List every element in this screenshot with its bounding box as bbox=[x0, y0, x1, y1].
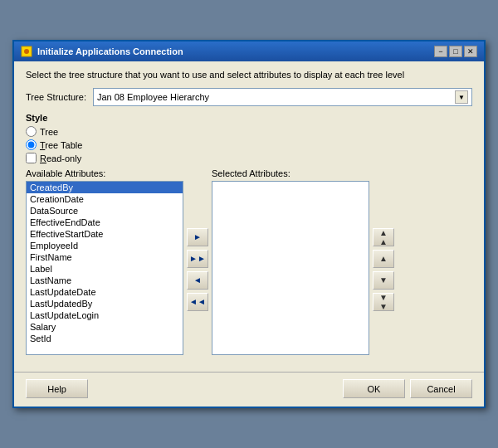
maximize-button[interactable]: □ bbox=[449, 46, 462, 57]
list-item[interactable]: FirstName bbox=[27, 251, 183, 263]
list-item[interactable]: LastUpdateDate bbox=[27, 286, 183, 298]
dialog-title: Initialize Applications Connection bbox=[37, 46, 183, 56]
order-buttons: ▲▲ ▲ ▼ ▼▼ bbox=[373, 168, 394, 355]
description-text: Select the tree structure that you want … bbox=[26, 70, 472, 80]
move-right-icon: ► bbox=[193, 232, 202, 241]
list-item[interactable]: LastUpdateLogin bbox=[27, 309, 183, 321]
transfer-buttons: ► ►► ◄ ◄◄ bbox=[187, 168, 208, 355]
radio-tree-label: Tree bbox=[40, 127, 58, 137]
style-section: Style Tree Tree Table Read-only bbox=[26, 113, 472, 163]
attributes-section: Available Attributes: CreatedByCreationD… bbox=[26, 168, 472, 355]
title-buttons: − □ ✕ bbox=[434, 46, 477, 57]
selected-attributes-list[interactable] bbox=[212, 181, 369, 355]
readonly-checkbox[interactable] bbox=[26, 153, 37, 163]
right-buttons: OK Cancel bbox=[343, 379, 472, 398]
combo-arrow-icon: ▼ bbox=[455, 90, 468, 104]
available-attributes-header: Available Attributes: bbox=[26, 168, 183, 178]
list-item[interactable]: CreationDate bbox=[27, 193, 183, 205]
radio-tree[interactable] bbox=[26, 126, 37, 137]
move-all-right-icon: ►► bbox=[189, 254, 206, 263]
app-icon bbox=[21, 46, 32, 57]
list-item[interactable]: DataSource bbox=[27, 205, 183, 217]
list-item[interactable]: SetId bbox=[27, 333, 183, 344]
dialog-window: Initialize Applications Connection − □ ✕… bbox=[12, 40, 486, 408]
ok-button[interactable]: OK bbox=[343, 379, 405, 398]
list-item[interactable]: LastName bbox=[27, 275, 183, 286]
move-up-button[interactable]: ▲ bbox=[373, 250, 394, 268]
move-top-button[interactable]: ▲▲ bbox=[373, 228, 394, 246]
title-bar-left: Initialize Applications Connection bbox=[21, 46, 183, 57]
move-up-icon: ▲ bbox=[379, 254, 388, 263]
move-bottom-icon: ▼▼ bbox=[379, 293, 388, 311]
move-top-icon: ▲▲ bbox=[379, 228, 388, 246]
radio-tree-row: Tree bbox=[26, 126, 472, 137]
list-item[interactable]: Salary bbox=[27, 321, 183, 333]
combo-value: Jan 08 Employee Hierarchy bbox=[97, 92, 209, 102]
available-attributes-column: Available Attributes: CreatedByCreationD… bbox=[26, 168, 183, 355]
bottom-bar: Help OK Cancel bbox=[14, 372, 484, 407]
selected-attributes-column: Selected Attributes: bbox=[212, 168, 369, 355]
move-all-left-button[interactable]: ◄◄ bbox=[187, 293, 208, 311]
close-button[interactable]: ✕ bbox=[464, 46, 477, 57]
move-right-button[interactable]: ► bbox=[187, 228, 208, 246]
tree-structure-row: Tree Structure: Jan 08 Employee Hierarch… bbox=[26, 88, 472, 106]
move-down-button[interactable]: ▼ bbox=[373, 271, 394, 290]
help-button[interactable]: Help bbox=[26, 379, 88, 398]
minimize-button[interactable]: − bbox=[434, 46, 447, 57]
move-left-button[interactable]: ◄ bbox=[187, 271, 208, 290]
selected-attributes-header: Selected Attributes: bbox=[212, 168, 369, 178]
svg-point-1 bbox=[24, 49, 29, 54]
list-item[interactable]: EmployeeId bbox=[27, 240, 183, 251]
move-bottom-button[interactable]: ▼▼ bbox=[373, 293, 394, 311]
radio-treetable-label: Tree Table bbox=[40, 140, 82, 150]
dialog-content: Select the tree structure that you want … bbox=[14, 61, 484, 372]
move-left-icon: ◄ bbox=[193, 275, 202, 285]
list-item[interactable]: LastUpdatedBy bbox=[27, 298, 183, 309]
tree-structure-combo[interactable]: Jan 08 Employee Hierarchy ▼ bbox=[93, 88, 472, 106]
list-item[interactable]: Label bbox=[27, 263, 183, 275]
cancel-button[interactable]: Cancel bbox=[410, 379, 472, 398]
list-item[interactable]: CreatedBy bbox=[27, 182, 183, 193]
list-item[interactable]: EffectiveStartDate bbox=[27, 228, 183, 240]
list-item[interactable]: EffectiveEndDate bbox=[27, 217, 183, 228]
radio-treetable-row: Tree Table bbox=[26, 139, 472, 150]
tree-structure-label: Tree Structure: bbox=[26, 92, 86, 102]
move-all-left-icon: ◄◄ bbox=[189, 297, 206, 306]
move-all-right-button[interactable]: ►► bbox=[187, 250, 208, 268]
style-label: Style bbox=[26, 113, 472, 123]
available-attributes-list[interactable]: CreatedByCreationDateDataSourceEffective… bbox=[26, 181, 183, 355]
title-bar: Initialize Applications Connection − □ ✕ bbox=[14, 41, 484, 61]
readonly-row: Read-only bbox=[26, 153, 472, 163]
radio-treetable[interactable] bbox=[26, 139, 37, 150]
readonly-label: Read-only bbox=[40, 153, 81, 163]
move-down-icon: ▼ bbox=[379, 275, 388, 285]
